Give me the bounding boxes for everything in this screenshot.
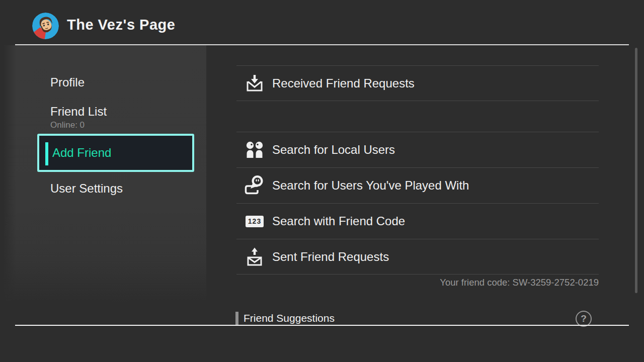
menu-empty-row xyxy=(236,101,599,132)
footer: B Back A OK xyxy=(0,326,644,362)
menu-item-label: Sent Friend Requests xyxy=(272,250,389,264)
menu-item-search-friend-code[interactable]: 123 Search with Friend Code xyxy=(236,203,599,239)
friend-list-online-count: Online: 0 xyxy=(50,120,85,130)
sidebar-item-add-friend[interactable]: Add Friend xyxy=(37,134,194,172)
menu-item-label: Search for Local Users xyxy=(272,143,395,157)
scrollbar[interactable] xyxy=(635,48,637,293)
sidebar-item-friend-list[interactable]: Friend List xyxy=(50,105,107,119)
section-title: Friend Suggestions xyxy=(244,312,335,324)
played-with-icon xyxy=(244,175,265,196)
received-friend-requests-icon xyxy=(244,73,265,94)
sidebar-item-profile[interactable]: Profile xyxy=(50,75,85,89)
friend-code-icon-wrap: 123 xyxy=(244,211,265,232)
mii-avatar-icon xyxy=(32,13,59,39)
header: The Vez's Page xyxy=(0,0,644,45)
friend-suggestions-header: Friend Suggestions xyxy=(235,312,335,325)
menu-item-label: Received Friend Requests xyxy=(272,76,415,90)
menu-item-received-friend-requests[interactable]: Received Friend Requests xyxy=(236,65,599,101)
menu-item-label: Search with Friend Code xyxy=(272,214,405,228)
sent-friend-requests-icon xyxy=(244,246,265,267)
menu-item-label: Search for Users You've Played With xyxy=(272,178,469,193)
selection-accent-bar xyxy=(45,142,48,165)
local-users-icon xyxy=(244,139,265,160)
add-friend-menu: Received Friend Requests Search for Loca… xyxy=(236,65,599,275)
section-marker-bar xyxy=(235,312,238,325)
friend-code-icon: 123 xyxy=(246,216,264,227)
menu-item-search-played-with[interactable]: Search for Users You've Played With xyxy=(236,167,599,203)
page-title: The Vez's Page xyxy=(67,17,175,33)
user-page-screen: The Vez's Page Profile Friend List Onlin… xyxy=(0,0,644,362)
user-avatar[interactable] xyxy=(32,13,59,39)
sidebar xyxy=(3,45,206,306)
friend-code-text: Your friend code: SW-3259-2752-0219 xyxy=(236,277,599,288)
menu-item-sent-friend-requests[interactable]: Sent Friend Requests xyxy=(236,239,599,275)
sidebar-item-label: Add Friend xyxy=(52,146,111,160)
menu-item-search-local-users[interactable]: Search for Local Users xyxy=(236,132,599,167)
sidebar-item-user-settings[interactable]: User Settings xyxy=(50,182,123,196)
